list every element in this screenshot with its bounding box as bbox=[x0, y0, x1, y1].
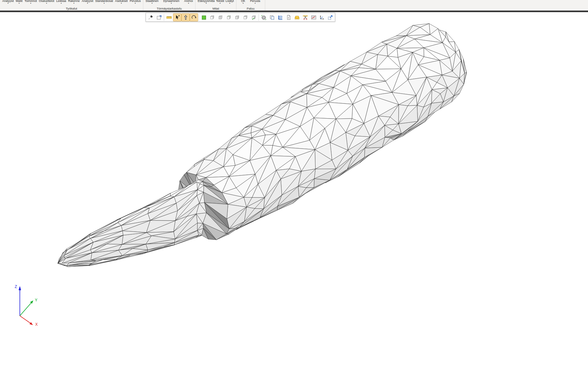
menu-item-rakenne[interactable]: Rakenne▾ bbox=[68, 0, 80, 4]
measure-grid-icon bbox=[311, 15, 316, 20]
menu-item-tekstit[interactable]: Tekstit▾ bbox=[216, 0, 224, 4]
floating-toolbar bbox=[146, 13, 335, 22]
select-rotate-icon bbox=[175, 15, 180, 20]
ribbon-items-row: OK▾ Peruuta▾ bbox=[236, 0, 265, 4]
ribbon-group-label: Törmäystarkastelu bbox=[143, 7, 195, 10]
view-cube-back-button[interactable] bbox=[216, 13, 225, 21]
menu-item-peruuta[interactable]: Peruuta▾ bbox=[250, 0, 260, 4]
dropdown-caret-icon: ▾ bbox=[229, 3, 230, 4]
dropdown-caret-icon: ▾ bbox=[121, 3, 122, 4]
fit-view-button[interactable] bbox=[155, 13, 163, 21]
view-cube-front-button[interactable] bbox=[208, 13, 216, 21]
menu-item-standardiosat[interactable]: Standardiosat▾ bbox=[95, 0, 113, 4]
cube-pick-button[interactable] bbox=[250, 13, 258, 21]
ribbon-group-empty bbox=[265, 0, 588, 11]
sheet-button[interactable] bbox=[284, 13, 293, 21]
view-cube-top-icon bbox=[243, 15, 248, 20]
cut-button[interactable] bbox=[301, 13, 309, 21]
dropdown-caret-icon: ▾ bbox=[30, 3, 31, 4]
dropdown-caret-icon: ▾ bbox=[104, 3, 105, 4]
viewport-area: Z Y X bbox=[0, 12, 588, 389]
cut-scissors-icon bbox=[303, 15, 308, 20]
menu-item-analyysit-2[interactable]: Analyysit▾ bbox=[82, 0, 93, 4]
export-button[interactable] bbox=[326, 13, 334, 21]
ribbon: Analyysit▾ Mallit▾ Toiminnot▾ Osaluettel… bbox=[0, 0, 588, 11]
knife-mesh-model bbox=[58, 24, 467, 267]
axes-button[interactable] bbox=[318, 13, 326, 21]
view-cube-right-button[interactable] bbox=[233, 13, 241, 21]
ruler-button[interactable] bbox=[165, 13, 173, 21]
3d-viewport[interactable]: Z Y X bbox=[0, 12, 588, 389]
dropdown-caret-icon: ▾ bbox=[74, 3, 75, 4]
move-vertical-button[interactable] bbox=[181, 13, 190, 21]
sheet-icon bbox=[286, 15, 291, 20]
ribbon-group-tyokalut: Analyysit▾ Mallit▾ Toiminnot▾ Osaluettel… bbox=[0, 0, 143, 11]
ribbon-items-row: Etäisyysmitta▾ Tekstit▾ Lisätyt▾ bbox=[195, 0, 236, 4]
menu-item-asetukset[interactable]: Asetukset▾ bbox=[115, 0, 128, 4]
copy-icon bbox=[269, 15, 275, 20]
menu-item-mallit[interactable]: Mallit▾ bbox=[16, 0, 22, 4]
y-axis-label: Y bbox=[35, 298, 37, 302]
x-axis bbox=[20, 316, 30, 323]
toolbar-separator bbox=[199, 14, 199, 21]
dropdown-caret-icon: ▾ bbox=[188, 3, 189, 4]
dropdown-caret-icon: ▾ bbox=[171, 3, 172, 4]
copy-button[interactable] bbox=[268, 13, 276, 21]
menu-item-analyysit[interactable]: Analyysit▾ bbox=[2, 0, 14, 4]
z-axis-label: Z bbox=[15, 284, 17, 289]
menu-item-piirustus[interactable]: Piirustus▾ bbox=[130, 0, 141, 4]
view-cube-left-icon bbox=[226, 15, 232, 20]
solid-cube-button[interactable] bbox=[200, 13, 208, 21]
view-cube-right-icon bbox=[234, 15, 240, 20]
toolbar-separator bbox=[164, 14, 164, 21]
pin-icon bbox=[148, 15, 154, 20]
menu-item-staattinen[interactable]: Staattinen▾ bbox=[146, 0, 159, 4]
menu-item-etaisyysmitta[interactable]: Etäisyysmitta▾ bbox=[198, 0, 215, 4]
select-rotate-button[interactable] bbox=[173, 13, 181, 21]
axes-icon bbox=[319, 15, 325, 20]
export-arrow-icon bbox=[328, 15, 333, 20]
ribbon-group-label: Mitat bbox=[195, 7, 236, 10]
menu-item-ok[interactable]: OK▾ bbox=[241, 0, 245, 4]
dropdown-caret-icon: ▾ bbox=[8, 3, 9, 4]
ribbon-group-tormaystarkastelu: Staattinen▾ Dynaaminen▾ Animoi▾ Törmäyst… bbox=[143, 0, 195, 11]
menu-item-lisatyt[interactable]: Lisätyt▾ bbox=[226, 0, 234, 4]
view-cube-back-icon bbox=[218, 15, 223, 20]
move-up-arrow-icon bbox=[183, 15, 188, 20]
dropdown-caret-icon: ▾ bbox=[219, 3, 220, 4]
dropdown-caret-icon: ▾ bbox=[19, 3, 20, 4]
menu-item-animoi[interactable]: Animoi▾ bbox=[184, 0, 193, 4]
ribbon-group-mitat: Etäisyysmitta▾ Tekstit▾ Lisätyt▾ Mitat bbox=[195, 0, 236, 11]
dropdown-caret-icon: ▾ bbox=[87, 3, 88, 4]
dropdown-caret-icon: ▾ bbox=[135, 3, 136, 4]
cube-pick-icon bbox=[251, 15, 257, 20]
dropdown-caret-icon: ▾ bbox=[255, 3, 256, 4]
section-button[interactable] bbox=[276, 13, 284, 21]
ribbon-group-paluu: OK▾ Peruuta▾ Paluu bbox=[236, 0, 265, 11]
menu-item-toiminnot[interactable]: Toiminnot▾ bbox=[25, 0, 37, 4]
ribbon-items-row: Staattinen▾ Dynaaminen▾ Animoi▾ bbox=[143, 0, 195, 4]
menu-item-leikkaa[interactable]: Leikkaa▾ bbox=[56, 0, 66, 4]
z-axis-arrow bbox=[19, 286, 21, 290]
rotate-cw-icon bbox=[191, 15, 197, 20]
orientation-triad: Z Y X bbox=[15, 284, 38, 327]
dropdown-caret-icon: ▾ bbox=[61, 3, 62, 4]
mesh-sphere-icon bbox=[261, 15, 266, 20]
tray-icon bbox=[294, 15, 300, 20]
view-cube-top-button[interactable] bbox=[241, 13, 250, 21]
view-cube-left-button[interactable] bbox=[225, 13, 233, 21]
tray-button[interactable] bbox=[293, 13, 301, 21]
dropdown-caret-icon: ▾ bbox=[46, 3, 47, 4]
mesh-sphere-button[interactable] bbox=[259, 13, 268, 21]
dropdown-caret-icon: ▾ bbox=[206, 3, 207, 4]
pin-button[interactable] bbox=[147, 13, 155, 21]
fit-view-icon bbox=[156, 15, 162, 20]
ribbon-group-label: Paluu bbox=[236, 7, 265, 10]
measure-grid-button[interactable] bbox=[309, 13, 318, 21]
menu-item-osaluettelot[interactable]: Osaluettelot▾ bbox=[39, 0, 54, 4]
view-cube-front-icon bbox=[210, 15, 215, 20]
ruler-icon bbox=[166, 15, 172, 20]
rotate-cw-button[interactable] bbox=[190, 13, 198, 21]
menu-item-dynaaminen[interactable]: Dynaaminen▾ bbox=[163, 0, 179, 4]
dropdown-caret-icon: ▾ bbox=[152, 3, 153, 4]
